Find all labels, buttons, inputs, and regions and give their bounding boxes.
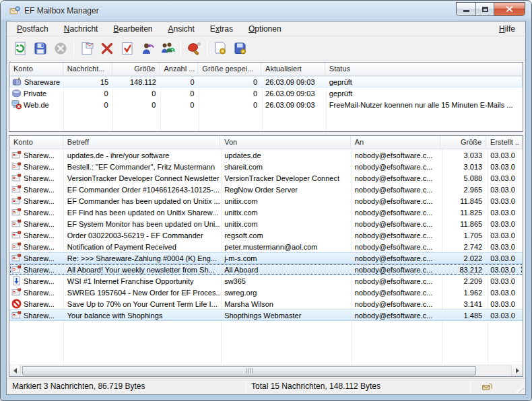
- message-row[interactable]: Sharew...Your balance with ShophingsShop…: [9, 309, 523, 321]
- save-button[interactable]: [30, 39, 51, 58]
- message-row[interactable]: Sharew...EF Commander has been updated o…: [9, 195, 523, 207]
- delete-button[interactable]: [97, 39, 117, 58]
- cell-an: nobody@efsoftware.c...: [351, 241, 441, 252]
- cell-konto: Sharew...: [9, 184, 63, 195]
- accounts-body[interactable]: Shareware15148.1120026.03.09 09:03geprüf…: [9, 76, 523, 131]
- cell-konto: Sharew...: [9, 218, 63, 229]
- message-row[interactable]: Sharew...Order 03022003-56219 - EF Comma…: [9, 229, 523, 241]
- export-button[interactable]: [230, 39, 251, 58]
- toolbar: [7, 36, 525, 61]
- minimize-button[interactable]: [457, 3, 476, 15]
- status-marked-text: Markiert 3 Nachrichten, 86.719 Bytes: [12, 381, 145, 391]
- refresh-icon: [13, 41, 28, 56]
- cell-aktualisiert: 26.03.09 09:03: [261, 77, 325, 87]
- column-header-groesse[interactable]: Größe: [440, 136, 486, 149]
- menu-nachricht[interactable]: Nachricht: [59, 23, 103, 35]
- mail-icon: [11, 230, 22, 240]
- titlebar[interactable]: EF Mailbox Manager: [1, 1, 531, 21]
- maximize-button[interactable]: [476, 3, 494, 15]
- message-row[interactable]: Sharew...Re: >>> Shareware-Zahlung #0004…: [9, 252, 523, 264]
- menu-bearbeiten[interactable]: Bearbeiten: [108, 23, 157, 35]
- column-header-konto[interactable]: Konto: [9, 63, 63, 75]
- menu-optionen[interactable]: Optionen: [244, 23, 286, 35]
- cell-an: nobody@efsoftware.c...: [351, 287, 441, 298]
- column-header-von[interactable]: Von: [220, 136, 350, 149]
- message-row[interactable]: Sharew...EF System Monitor has been upda…: [9, 218, 523, 229]
- message-row[interactable]: Sharew...updates.de - ihre/your software…: [9, 149, 523, 161]
- cell-betreff: EF Commander has been updated on Unitix …: [63, 195, 220, 207]
- menu-label-part: E: [210, 24, 215, 34]
- menu-extras[interactable]: Extras: [205, 23, 238, 35]
- ping-button[interactable]: [184, 39, 204, 58]
- menu-hilfe[interactable]: Hilfe: [494, 23, 520, 35]
- menu-label-part: ostfach: [22, 24, 48, 34]
- cell-erstellt: 03.03.0: [486, 310, 523, 320]
- column-header-status[interactable]: Status: [325, 63, 523, 75]
- close-button[interactable]: [494, 3, 525, 15]
- cell-text: Sharew...: [24, 264, 55, 275]
- mailbox-icon: [12, 77, 22, 87]
- message-row[interactable]: Sharew...Notification of Payment Receive…: [9, 241, 523, 252]
- cell-text: Shareware: [24, 77, 60, 87]
- column-header-betreff[interactable]: Betreff: [63, 136, 220, 149]
- forward-button[interactable]: [158, 39, 178, 58]
- cell-von: sw365: [220, 275, 350, 287]
- new-message-button[interactable]: [77, 39, 97, 58]
- horizontal-scrollbar[interactable]: [9, 365, 523, 376]
- export-icon: [233, 41, 248, 56]
- cell-an: nobody@efsoftware.c...: [351, 195, 441, 207]
- column-header-an[interactable]: An: [351, 136, 441, 149]
- status-total-text: Total 15 Nachrichten, 148.112 Bytes: [251, 381, 380, 391]
- account-row[interactable]: Web.de000026.03.09 09:03FreeMail-Nutzer …: [9, 99, 523, 110]
- message-row[interactable]: Sharew...Save Up to 70% on Your Current …: [9, 298, 523, 309]
- menu-items: PostfachNachrichtBearbeitenAnsichtExtras…: [12, 23, 292, 35]
- column-header-anzahl[interactable]: Anzahl ...: [160, 63, 198, 75]
- message-row[interactable]: Sharew...VersionTracker Developer Connec…: [9, 172, 523, 184]
- cell-betreff: All Aboard! Your weekly newsletter from …: [63, 264, 220, 275]
- menu-postfach[interactable]: Postfach: [12, 23, 53, 35]
- scroll-right-button[interactable]: [511, 365, 523, 376]
- message-row[interactable]: Sharew...WSI #1 Internet Franchise Oppor…: [9, 275, 523, 287]
- cell-text: Sharew...: [24, 161, 55, 172]
- cell-von: shareit.com: [220, 161, 350, 172]
- messages-body[interactable]: Sharew...updates.de - ihre/your software…: [9, 149, 523, 365]
- column-header-erstellt[interactable]: Erstellt ..: [486, 136, 523, 149]
- cell-status: FreeMail-Nutzer koennen nur alle 15 Minu…: [325, 99, 523, 110]
- cell-anzahl: 0: [160, 87, 198, 99]
- cell-erstellt: 03.03.0: [486, 218, 523, 229]
- message-row[interactable]: Sharew...Bestell.: "EF Commander", Fritz…: [9, 161, 523, 172]
- cell-von: unitix.com: [220, 207, 350, 218]
- mail-icon: [11, 310, 22, 320]
- column-header-nachrichten[interactable]: Nachricht...: [63, 63, 112, 75]
- menu-label-part: P: [17, 24, 22, 34]
- import-button[interactable]: [210, 39, 230, 58]
- column-header-aktualisiert[interactable]: Aktualisiert: [261, 63, 325, 75]
- refresh-button[interactable]: [10, 39, 30, 58]
- cell-an: nobody@efsoftware.c...: [351, 229, 441, 241]
- column-header-konto[interactable]: Konto: [9, 136, 63, 149]
- resize-grip[interactable]: [515, 384, 524, 393]
- menu-label-part: earbeiten: [119, 24, 152, 34]
- cell-betreff: Your balance with Shophings: [63, 310, 220, 320]
- message-row[interactable]: Sharew...SWREG 1957604 - New Order for E…: [9, 287, 523, 298]
- message-row[interactable]: Sharew...All Aboard! Your weekly newslet…: [9, 264, 523, 275]
- cell-text: Sharew...: [24, 196, 55, 207]
- cell-text: Sharew...: [24, 276, 55, 287]
- mark-button[interactable]: [117, 39, 137, 58]
- cell-betreff: EF Commander Order #1046612643-10125-...: [63, 184, 220, 195]
- account-row[interactable]: Private000026.03.09 09:03geprüft: [9, 87, 523, 99]
- column-header-groesse[interactable]: Größe: [112, 63, 160, 75]
- message-row[interactable]: Sharew...EF Commander Order #1046612643-…: [9, 184, 523, 195]
- message-row[interactable]: Sharew...EF Find has been updated on Uni…: [9, 207, 523, 218]
- menu-label-part: nsicht: [174, 24, 195, 34]
- menu-ansicht[interactable]: Ansicht: [163, 23, 199, 35]
- mail-status-icon: [481, 381, 493, 392]
- cell-an: nobody@efsoftware.c...: [351, 310, 441, 320]
- scroll-left-button[interactable]: [9, 365, 21, 376]
- cell-gespeichert: 0: [198, 87, 261, 99]
- reply-button[interactable]: [137, 39, 158, 58]
- cell-konto: Sharew...: [9, 149, 63, 161]
- column-header-gespeichert[interactable]: Größe gespei...: [198, 63, 261, 75]
- scrollbar-thumb[interactable]: [22, 366, 476, 375]
- account-row[interactable]: Shareware15148.1120026.03.09 09:03geprüf…: [9, 76, 523, 87]
